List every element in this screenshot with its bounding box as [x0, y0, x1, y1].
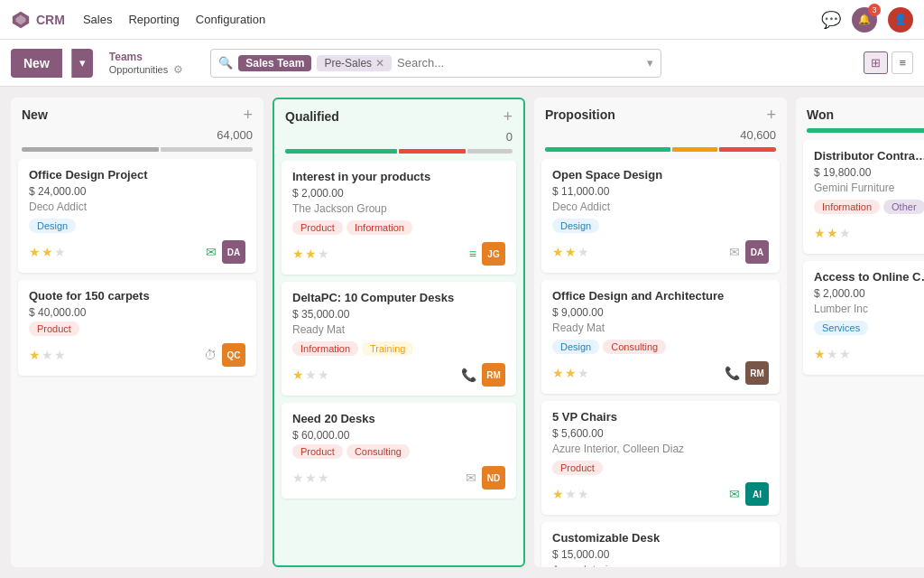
app-logo[interactable]: CRM: [11, 10, 65, 30]
user-avatar[interactable]: 👤: [888, 7, 913, 33]
tag-training[interactable]: Training: [362, 341, 413, 356]
card-title: DeltaPC: 10 Computer Desks: [292, 291, 505, 304]
card-company: The Jackson Group: [292, 202, 505, 215]
column-add-proposition[interactable]: +: [766, 107, 776, 123]
card-company: Deco Addict: [552, 200, 769, 213]
search-icon: 🔍: [218, 56, 233, 70]
list-view-button[interactable]: ≡: [892, 51, 913, 74]
breadcrumb-top[interactable]: Teams: [109, 51, 183, 63]
tag-design[interactable]: Design: [29, 219, 76, 233]
card-footer: ★★★📞RM: [292, 363, 505, 387]
column-progress-proposition: [545, 147, 776, 152]
card-card2[interactable]: Quote for 150 carpets$ 40,000.00Product★…: [18, 280, 256, 376]
card-stars[interactable]: ★★★: [292, 368, 329, 382]
card-card8[interactable]: 5 VP Chairs$ 5,600.00Azure Interior, Col…: [541, 401, 780, 515]
column-header-qualified: Qualified +: [274, 99, 523, 130]
card-stars[interactable]: ★★★: [814, 226, 851, 240]
menu-sales[interactable]: Sales: [83, 13, 113, 26]
card-tags: InformationOther: [814, 200, 924, 214]
tag-design[interactable]: Design: [552, 340, 599, 354]
card-action-icons: ✉DA: [206, 240, 245, 264]
card-avatar: JG: [482, 242, 505, 266]
card-card3[interactable]: Interest in your products$ 2,000.00The J…: [282, 161, 516, 275]
tag-product[interactable]: Product: [552, 461, 603, 475]
search-input[interactable]: [397, 56, 638, 70]
tag-design[interactable]: Design: [552, 219, 599, 233]
card-avatar: QC: [222, 343, 245, 367]
chat-icon[interactable]: 💬: [821, 10, 841, 30]
card-amount: $ 2,000.00: [814, 287, 924, 300]
card-card1[interactable]: Office Design Project$ 24,000.00Deco Add…: [18, 159, 256, 273]
card-company: Lumber Inc: [814, 303, 924, 315]
card-card10[interactable]: Distributor Contra…$ 19,800.00Gemini Fur…: [803, 140, 924, 254]
card-tags: ProductInformation: [292, 220, 505, 235]
column-title-new: New: [22, 107, 48, 122]
tag-product[interactable]: Product: [292, 220, 343, 235]
card-amount: $ 11,000.00: [552, 185, 769, 198]
card-card11[interactable]: Access to Online C…$ 2,000.00Lumber IncS…: [803, 261, 924, 375]
card-action-icon[interactable]: ✉: [729, 245, 740, 259]
column-add-new[interactable]: +: [243, 107, 253, 123]
search-dropdown-icon[interactable]: ▾: [647, 56, 653, 70]
column-qualified: Qualified + 0Interest in your products$ …: [273, 98, 525, 567]
column-cards-qualified: Interest in your products$ 2,000.00The J…: [274, 161, 523, 565]
card-stars[interactable]: ★★★: [29, 245, 66, 259]
tag-product[interactable]: Product: [292, 444, 343, 459]
card-stars[interactable]: ★★★: [292, 471, 329, 485]
card-amount: $ 2,000.00: [292, 187, 505, 200]
card-avatar: ND: [482, 466, 505, 489]
menu-configuration[interactable]: Configuration: [196, 13, 265, 26]
card-tags: Product: [552, 461, 769, 475]
card-action-icon[interactable]: ⏱: [204, 348, 217, 362]
menu-reporting[interactable]: Reporting: [128, 13, 179, 26]
card-card7[interactable]: Office Design and Architecture$ 9,000.00…: [541, 280, 780, 394]
tag-consulting[interactable]: Consulting: [346, 444, 410, 459]
card-stars[interactable]: ★★★: [552, 487, 589, 501]
card-stars[interactable]: ★★★: [552, 245, 589, 259]
card-action-icons: 📞RM: [461, 363, 505, 387]
tag-information[interactable]: Information: [346, 220, 412, 235]
column-total-new: 64,000: [11, 128, 263, 147]
column-add-qualified[interactable]: +: [503, 108, 513, 125]
card-action-icon[interactable]: ✉: [206, 245, 217, 259]
new-dropdown-button[interactable]: ▾: [71, 49, 93, 78]
card-card4[interactable]: DeltaPC: 10 Computer Desks$ 35,000.00Rea…: [282, 282, 516, 396]
card-title: Interest in your products: [292, 170, 505, 183]
card-avatar: RM: [745, 361, 769, 385]
settings-icon[interactable]: ⚙: [173, 63, 183, 76]
app-name: CRM: [36, 13, 65, 27]
card-action-icon[interactable]: 📞: [461, 368, 476, 382]
card-stars[interactable]: ★★★: [29, 348, 66, 362]
search-tag-presales[interactable]: Pre-Sales ✕: [317, 55, 392, 71]
card-card6[interactable]: Open Space Design$ 11,000.00Deco AddictD…: [541, 159, 780, 273]
card-title: Office Design and Architecture: [552, 289, 769, 303]
column-header-proposition: Proposition +: [534, 98, 787, 128]
card-footer: ★★★✉ND: [292, 466, 505, 489]
card-company: Gemini Furniture: [814, 182, 924, 194]
tag-information[interactable]: Information: [814, 200, 880, 214]
card-stars[interactable]: ★★★: [292, 247, 329, 261]
new-button[interactable]: New: [11, 49, 62, 78]
card-action-icon[interactable]: 📞: [725, 366, 740, 380]
notification-icon[interactable]: 🔔 3: [852, 7, 877, 33]
card-card5[interactable]: Need 20 Desks$ 60,000.00ProductConsultin…: [282, 403, 516, 499]
tag-services[interactable]: Services: [814, 321, 868, 335]
remove-presales-tag[interactable]: ✕: [375, 57, 384, 70]
tag-information[interactable]: Information: [292, 341, 358, 356]
card-company: Deco Addict: [29, 200, 245, 213]
top-navigation: CRM Sales Reporting Configuration 💬 🔔 3 …: [0, 0, 924, 40]
tag-consulting[interactable]: Consulting: [603, 340, 666, 354]
card-action-icon[interactable]: ≡: [469, 247, 476, 261]
card-action-icon[interactable]: ✉: [729, 487, 740, 501]
card-stars[interactable]: ★★★: [552, 366, 589, 380]
column-header-new: New +: [11, 98, 263, 128]
breadcrumb-sub: Opportunities ⚙: [109, 63, 183, 76]
tag-other[interactable]: Other: [883, 200, 924, 214]
card-action-icon[interactable]: ✉: [466, 471, 476, 485]
kanban-view-button[interactable]: ⊞: [864, 51, 888, 74]
search-tag-sales-team[interactable]: Sales Team: [238, 55, 311, 71]
card-card9[interactable]: Customizable Desk$ 15,000.00Azure Interi…: [541, 522, 780, 567]
tag-product[interactable]: Product: [29, 322, 79, 336]
card-stars[interactable]: ★★★: [814, 347, 851, 361]
card-amount: $ 60,000.00: [292, 429, 505, 442]
